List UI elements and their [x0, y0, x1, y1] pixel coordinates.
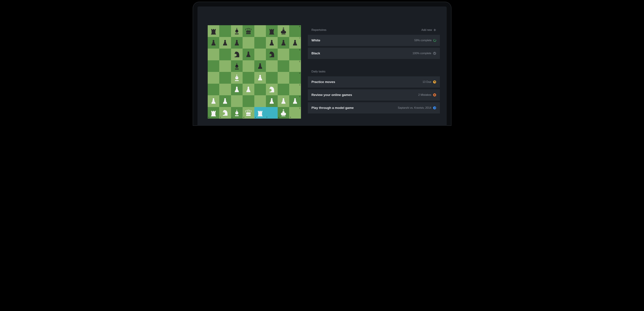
square-a6[interactable] [208, 49, 220, 60]
piece-wQ[interactable] [244, 108, 253, 118]
square-c6[interactable] [231, 49, 243, 60]
repertoire-row-black[interactable]: Black 100% complete [308, 48, 440, 59]
piece-wP[interactable] [232, 85, 242, 94]
piece-bB[interactable] [232, 26, 242, 36]
piece-bP[interactable] [232, 38, 242, 48]
square-c8[interactable] [231, 25, 243, 37]
square-b2[interactable] [219, 95, 231, 107]
square-g3[interactable] [278, 84, 290, 95]
piece-bP[interactable] [209, 38, 218, 48]
piece-bR[interactable] [209, 26, 218, 36]
task-row-practice-moves[interactable]: Practice moves 13 Due [308, 76, 440, 88]
piece-wP[interactable] [267, 96, 276, 106]
square-h8[interactable]: 8 [289, 25, 301, 37]
piece-wP[interactable] [220, 96, 230, 106]
square-g5[interactable] [278, 60, 290, 72]
chess-board[interactable]: 8765432abcdefg1h [208, 25, 301, 119]
task-row-model-game[interactable]: Play through a model game Saptarshi vs. … [308, 102, 440, 114]
square-e6[interactable] [254, 49, 266, 60]
square-e2[interactable] [254, 95, 266, 107]
square-c2[interactable] [231, 95, 243, 107]
piece-wP[interactable] [209, 96, 218, 106]
square-c4[interactable] [231, 72, 243, 84]
square-e3[interactable] [254, 84, 266, 95]
square-f7[interactable] [266, 37, 278, 49]
square-f5[interactable] [266, 60, 278, 72]
piece-bP[interactable] [279, 38, 288, 48]
square-a1[interactable]: a [208, 107, 220, 119]
square-g4[interactable] [278, 72, 290, 84]
piece-wP[interactable] [279, 96, 288, 106]
square-a5[interactable] [208, 60, 220, 72]
square-h4[interactable]: 4 [289, 72, 301, 84]
add-new-repertoire-button[interactable]: Add new [421, 29, 436, 32]
square-d2[interactable] [242, 95, 254, 107]
square-b7[interactable] [219, 37, 231, 49]
piece-bK[interactable] [279, 26, 288, 36]
square-c5[interactable] [231, 60, 243, 72]
square-b1[interactable]: b [219, 107, 231, 119]
square-b5[interactable] [219, 60, 231, 72]
square-a8[interactable] [208, 25, 220, 37]
square-g7[interactable] [278, 37, 290, 49]
square-h7[interactable]: 7 [289, 37, 301, 49]
square-d1[interactable]: d [242, 107, 254, 119]
piece-bQ[interactable] [244, 26, 253, 36]
square-a4[interactable] [208, 72, 220, 84]
square-g1[interactable]: g [278, 107, 290, 119]
piece-bN[interactable] [232, 50, 242, 59]
square-c1[interactable]: c [231, 107, 243, 119]
square-e1[interactable]: e [254, 107, 266, 119]
piece-bR[interactable] [267, 26, 276, 36]
square-a7[interactable] [208, 37, 220, 49]
square-f4[interactable] [266, 72, 278, 84]
square-d8[interactable] [242, 25, 254, 37]
square-f3[interactable] [266, 84, 278, 95]
piece-bN[interactable] [267, 50, 276, 59]
task-row-review-games[interactable]: Review your online games 2 Mistakes [308, 89, 440, 101]
square-g2[interactable] [278, 95, 290, 107]
square-a2[interactable] [208, 95, 220, 107]
square-g6[interactable] [278, 49, 290, 60]
piece-wB[interactable] [232, 73, 242, 83]
square-f8[interactable] [266, 25, 278, 37]
piece-bP[interactable] [290, 38, 300, 48]
square-h6[interactable]: 6 [289, 49, 301, 60]
square-d3[interactable] [242, 84, 254, 95]
piece-bP[interactable] [244, 50, 253, 59]
square-f1[interactable]: f [266, 107, 278, 119]
square-h1[interactable]: 1h [289, 107, 301, 119]
square-b8[interactable] [219, 25, 231, 37]
piece-bP[interactable] [220, 38, 230, 48]
square-b3[interactable] [219, 84, 231, 95]
square-e5[interactable] [254, 60, 266, 72]
square-g8[interactable] [278, 25, 290, 37]
square-c7[interactable] [231, 37, 243, 49]
piece-wR[interactable] [209, 108, 218, 118]
repertoire-row-white[interactable]: White 59% complete [308, 35, 440, 46]
piece-wP[interactable] [255, 73, 265, 83]
piece-bB[interactable] [232, 61, 242, 71]
piece-wB[interactable] [232, 108, 242, 118]
square-c3[interactable] [231, 84, 243, 95]
piece-wN[interactable] [267, 85, 276, 94]
square-d6[interactable] [242, 49, 254, 60]
piece-bP[interactable] [267, 38, 276, 48]
piece-bP[interactable] [255, 61, 265, 71]
piece-wR[interactable] [255, 108, 265, 118]
square-e4[interactable] [254, 72, 266, 84]
square-h2[interactable]: 2 [289, 95, 301, 107]
square-e7[interactable] [254, 37, 266, 49]
square-b6[interactable] [219, 49, 231, 60]
square-e8[interactable] [254, 25, 266, 37]
square-b4[interactable] [219, 72, 231, 84]
square-h3[interactable]: 3 [289, 84, 301, 95]
piece-wP[interactable] [244, 85, 253, 94]
square-d5[interactable] [242, 60, 254, 72]
square-h5[interactable]: 5 [289, 60, 301, 72]
square-a3[interactable] [208, 84, 220, 95]
square-d7[interactable] [242, 37, 254, 49]
square-d4[interactable] [242, 72, 254, 84]
square-f2[interactable] [266, 95, 278, 107]
square-f6[interactable] [266, 49, 278, 60]
